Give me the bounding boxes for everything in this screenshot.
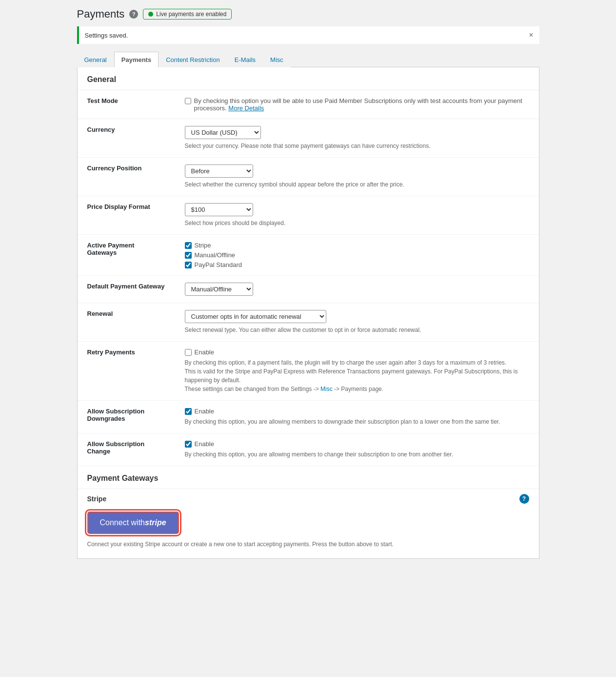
live-status-text: Live payments are enabled	[156, 11, 226, 18]
payment-gateways-title: Payment Gateways	[78, 466, 539, 489]
paypal-standard-gateway-item: PayPal Standard	[185, 261, 529, 268]
renewal-select[interactable]: Customer opts in for automatic renewal F…	[185, 310, 326, 323]
allow-subscription-change-checkbox-label: Enable	[195, 440, 214, 448]
allow-subscription-downgrades-checkbox-label: Enable	[195, 408, 214, 415]
tab-misc[interactable]: Misc	[263, 52, 291, 67]
connect-stripe-button[interactable]: Connect with stripe	[87, 512, 179, 534]
retry-payments-label: Retry Payments	[78, 342, 175, 401]
allow-subscription-change-label: Allow Subscription Change	[78, 433, 175, 466]
stripe-help-icon[interactable]: ?	[519, 494, 529, 504]
stripe-gateway-checkbox[interactable]	[185, 242, 192, 249]
active-payment-gateways-value: Stripe Manual/Offline PayPal Standard	[175, 235, 539, 276]
gateway-checkboxes: Stripe Manual/Offline PayPal Standard	[185, 242, 529, 268]
stripe-section: Stripe ? Connect with stripe Connect you…	[78, 489, 539, 558]
live-status-badge: Live payments are enabled	[143, 9, 232, 20]
default-payment-gateway-value: Manual/Offline Stripe PayPal Standard	[175, 276, 539, 303]
price-display-format-select[interactable]: $100 $100.00 100 USD	[185, 203, 253, 216]
tab-general[interactable]: General	[77, 52, 114, 67]
renewal-description: Select renewal type. You can either allo…	[185, 326, 529, 334]
connect-stripe-text2: stripe	[145, 518, 166, 527]
test-mode-more-details-link[interactable]: More Details	[228, 104, 264, 112]
stripe-label: Stripe	[87, 495, 107, 503]
allow-subscription-downgrades-value: Enable By checking this option, you are …	[175, 401, 539, 433]
currency-position-select[interactable]: Before After	[185, 164, 253, 178]
retry-payments-checkbox-label: Enable	[195, 349, 214, 356]
renewal-label: Renewal	[78, 303, 175, 342]
general-section-title: General	[78, 67, 539, 90]
active-payment-gateways-row: Active Payment Gateways Stripe Manual/Of…	[78, 235, 539, 276]
main-content: General Test Mode By checking this optio…	[77, 67, 539, 559]
currency-position-label: Currency Position	[78, 158, 175, 196]
currency-position-row: Currency Position Before After Select wh…	[78, 158, 539, 196]
allow-subscription-downgrades-checkbox[interactable]	[185, 408, 192, 415]
page-header: Payments ? Live payments are enabled	[77, 8, 539, 21]
price-display-format-description: Select how prices should be displayed.	[185, 219, 529, 227]
page-title: Payments	[77, 8, 125, 21]
tab-emails[interactable]: E-Mails	[227, 52, 263, 67]
currency-position-value: Before After Select whether the currency…	[175, 158, 539, 196]
currency-value: US Dollar (USD) Euro (EUR) British Pound…	[175, 119, 539, 158]
currency-position-description: Select whether the currency symbol shoul…	[185, 180, 529, 189]
stripe-gateway-item: Stripe	[185, 242, 529, 249]
test-mode-row: Test Mode By checking this option you wi…	[78, 90, 539, 119]
allow-subscription-downgrades-row: Allow Subscription Downgrades Enable By …	[78, 401, 539, 433]
stripe-gateway-label: Stripe	[195, 242, 211, 249]
misc-link[interactable]: Misc	[320, 386, 333, 392]
price-display-format-row: Price Display Format $100 $100.00 100 US…	[78, 196, 539, 235]
retry-payments-checkbox[interactable]	[185, 349, 192, 356]
manual-offline-gateway-item: Manual/Offline	[185, 251, 529, 259]
default-payment-gateway-select[interactable]: Manual/Offline Stripe PayPal Standard	[185, 283, 253, 296]
currency-label: Currency	[78, 119, 175, 158]
tabs: General Payments Content Restriction E-M…	[77, 52, 539, 67]
currency-description: Select your currency. Please note that s…	[185, 142, 529, 150]
test-mode-checkbox[interactable]	[185, 98, 191, 104]
renewal-row: Renewal Customer opts in for automatic r…	[78, 303, 539, 342]
tab-content-restriction[interactable]: Content Restriction	[159, 52, 227, 67]
allow-subscription-change-row: Allow Subscription Change Enable By chec…	[78, 433, 539, 466]
retry-payments-description: By checking this option, if a payment fa…	[185, 358, 529, 393]
retry-payments-value: Enable By checking this option, if a pay…	[175, 342, 539, 401]
manual-offline-gateway-checkbox[interactable]	[185, 252, 192, 259]
notice-close-button[interactable]: ×	[529, 31, 533, 39]
manual-offline-gateway-label: Manual/Offline	[195, 251, 236, 259]
test-mode-description: By checking this option you will be able…	[194, 97, 529, 112]
tab-payments[interactable]: Payments	[114, 52, 159, 67]
live-dot	[148, 12, 153, 17]
test-mode-value: By checking this option you will be able…	[175, 90, 539, 119]
stripe-description: Connect your existing Stripe account or …	[87, 540, 529, 549]
test-mode-label: Test Mode	[78, 90, 175, 119]
active-payment-gateways-label: Active Payment Gateways	[78, 235, 175, 276]
default-payment-gateway-label: Default Payment Gateway	[78, 276, 175, 303]
notice-text: Settings saved.	[85, 32, 128, 39]
allow-subscription-change-description: By checking this option, you are allowin…	[185, 450, 529, 459]
price-display-format-label: Price Display Format	[78, 196, 175, 235]
allow-subscription-change-checkbox[interactable]	[185, 441, 192, 448]
currency-select[interactable]: US Dollar (USD) Euro (EUR) British Pound…	[185, 126, 261, 139]
allow-subscription-downgrades-description: By checking this option, you are allowin…	[185, 417, 529, 426]
default-payment-gateway-row: Default Payment Gateway Manual/Offline S…	[78, 276, 539, 303]
help-icon[interactable]: ?	[129, 10, 138, 19]
retry-payments-row: Retry Payments Enable By checking this o…	[78, 342, 539, 401]
paypal-standard-gateway-checkbox[interactable]	[185, 262, 192, 268]
connect-stripe-text1: Connect with	[100, 518, 145, 527]
allow-subscription-change-value: Enable By checking this option, you are …	[175, 433, 539, 466]
currency-row: Currency US Dollar (USD) Euro (EUR) Brit…	[78, 119, 539, 158]
paypal-standard-gateway-label: PayPal Standard	[195, 261, 242, 268]
price-display-format-value: $100 $100.00 100 USD Select how prices s…	[175, 196, 539, 235]
renewal-value: Customer opts in for automatic renewal F…	[175, 303, 539, 342]
settings-table: Test Mode By checking this option you wi…	[78, 90, 539, 466]
notice-bar: Settings saved. ×	[77, 26, 539, 44]
stripe-header: Stripe ?	[87, 494, 529, 504]
allow-subscription-downgrades-label: Allow Subscription Downgrades	[78, 401, 175, 433]
